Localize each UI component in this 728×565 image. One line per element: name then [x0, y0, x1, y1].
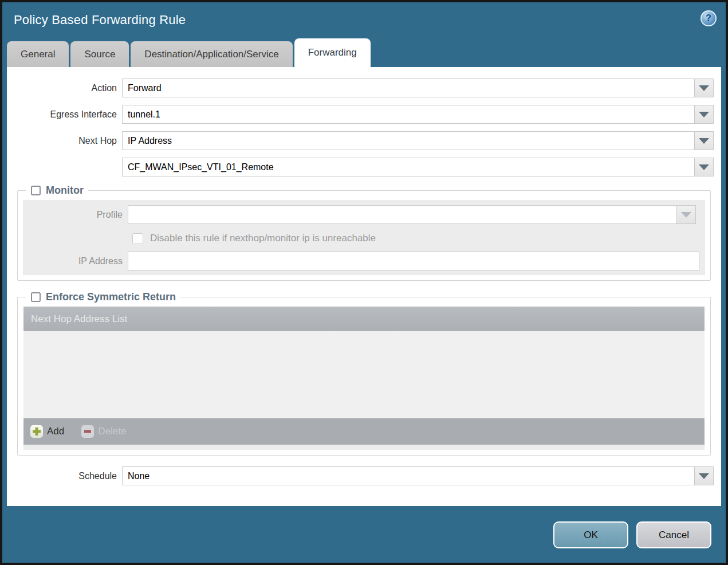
egress-interface-dropdown-button[interactable]: [695, 105, 714, 124]
symmetric-return-checkbox[interactable]: [31, 292, 41, 302]
next-hop-address-table: Next Hop Address List Add Delete: [23, 307, 705, 450]
next-hop-type-value[interactable]: IP Address: [122, 131, 695, 150]
tab-destination-application-service[interactable]: Destination/Application/Service: [131, 41, 292, 67]
monitor-ip-address-value: [128, 252, 699, 270]
policy-based-forwarding-dialog: Policy Based Forwarding Rule ? General S…: [0, 0, 728, 565]
add-button-label: Add: [47, 426, 64, 437]
add-button[interactable]: Add: [30, 425, 64, 438]
tab-forwarding[interactable]: Forwarding: [294, 38, 371, 67]
dialog-titlebar: Policy Based Forwarding Rule: [2, 2, 726, 38]
chevron-down-icon: [699, 85, 709, 91]
action-label: Action: [7, 83, 122, 93]
delete-button: Delete: [81, 425, 126, 438]
next-hop-row: Next Hop IP Address: [7, 131, 714, 150]
add-icon: [30, 425, 43, 438]
tab-source[interactable]: Source: [70, 41, 129, 67]
monitor-panel: Profile Disable this rule if nexthop/mon…: [23, 200, 705, 275]
next-hop-address-list-header: Next Hop Address List: [23, 307, 705, 331]
monitor-legend-label: Monitor: [46, 185, 84, 197]
next-hop-address-list-body[interactable]: [23, 331, 705, 418]
tab-content-forwarding: Action Forward Egress Interface tunnel.1…: [7, 67, 721, 506]
table-scroll-strip: [23, 445, 705, 450]
symmetric-return-legend: Enforce Symmetric Return: [26, 291, 180, 303]
disable-rule-checkbox: [132, 233, 143, 244]
monitor-ip-address-combo: [128, 252, 699, 270]
ok-button[interactable]: OK: [553, 521, 628, 548]
profile-label: Profile: [23, 210, 128, 220]
egress-interface-label: Egress Interface: [7, 109, 122, 120]
next-hop-label: Next Hop: [7, 136, 122, 146]
monitor-checkbox[interactable]: [31, 186, 41, 195]
delete-icon: [81, 425, 94, 438]
dialog-footer: OK Cancel: [2, 506, 726, 563]
tab-general[interactable]: General: [7, 41, 69, 67]
symmetric-return-group: Enforce Symmetric Return Next Hop Addres…: [17, 297, 711, 456]
profile-combo: [128, 205, 696, 224]
next-hop-type-combo: IP Address: [122, 131, 714, 150]
egress-interface-row: Egress Interface tunnel.1: [7, 105, 714, 124]
schedule-combo: None: [122, 466, 714, 485]
chevron-down-icon: [699, 164, 709, 170]
table-toolbar: Add Delete: [23, 418, 705, 445]
next-hop-type-dropdown-button[interactable]: [695, 131, 714, 150]
action-combo: Forward: [122, 79, 714, 97]
chevron-down-icon: [699, 112, 709, 117]
disable-rule-row: Disable this rule if nexthop/monitor ip …: [132, 233, 701, 244]
profile-value: [128, 205, 677, 224]
cancel-button[interactable]: Cancel: [636, 521, 711, 548]
tab-strip: General Source Destination/Application/S…: [2, 38, 726, 67]
next-hop-address-value[interactable]: CF_MWAN_IPsec_VTI_01_Remote: [122, 158, 695, 176]
delete-button-label: Delete: [98, 426, 126, 437]
monitor-ip-address-label: IP Address: [23, 256, 128, 266]
symmetric-return-legend-label: Enforce Symmetric Return: [46, 291, 176, 303]
help-icon[interactable]: ?: [701, 10, 717, 26]
egress-interface-value[interactable]: tunnel.1: [122, 105, 695, 124]
disable-rule-label: Disable this rule if nexthop/monitor ip …: [150, 233, 376, 244]
profile-dropdown-button: [677, 205, 696, 224]
action-value[interactable]: Forward: [122, 79, 695, 97]
schedule-label: Schedule: [7, 471, 122, 481]
chevron-down-icon: [699, 473, 709, 479]
profile-row: Profile: [23, 205, 701, 224]
chevron-down-icon: [681, 212, 691, 218]
next-hop-address-dropdown-button[interactable]: [695, 158, 714, 176]
dialog-title: Policy Based Forwarding Rule: [14, 13, 186, 28]
schedule-value[interactable]: None: [122, 466, 695, 485]
action-dropdown-button[interactable]: [695, 79, 714, 97]
monitor-group: Monitor Profile Disable this rule if nex…: [17, 190, 711, 281]
egress-interface-combo: tunnel.1: [122, 105, 714, 124]
action-row: Action Forward: [7, 79, 714, 97]
schedule-row: Schedule None: [7, 466, 714, 485]
next-hop-address-combo: CF_MWAN_IPsec_VTI_01_Remote: [122, 158, 714, 176]
chevron-down-icon: [699, 138, 709, 144]
schedule-dropdown-button[interactable]: [695, 466, 714, 485]
monitor-legend: Monitor: [26, 185, 88, 197]
monitor-ip-address-row: IP Address: [23, 252, 701, 270]
next-hop-address-row: CF_MWAN_IPsec_VTI_01_Remote: [7, 158, 714, 176]
